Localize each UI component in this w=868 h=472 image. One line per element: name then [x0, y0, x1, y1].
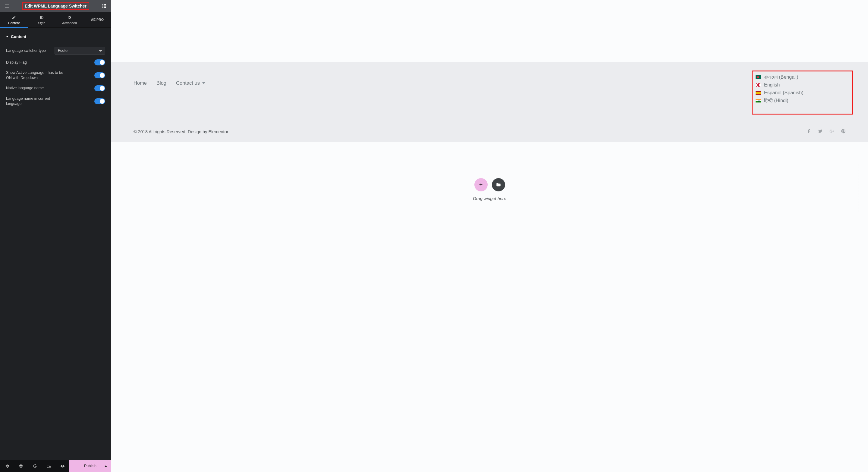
tab-label: AE PRO — [91, 18, 104, 22]
lang-text: English — [764, 82, 780, 88]
add-section-area[interactable]: + Drag widget here — [121, 164, 858, 212]
lang-text: Español (Spanish) — [764, 90, 804, 96]
nav-contact-label: Contact us — [176, 80, 200, 86]
social-icons — [807, 129, 846, 134]
facebook-icon[interactable] — [807, 129, 811, 134]
sidebar-bottom-bar: Publish — [0, 460, 111, 472]
navigator-button[interactable] — [14, 460, 28, 472]
label-current-name: Language name in current language — [6, 96, 66, 106]
pinterest-icon[interactable] — [841, 129, 846, 134]
tab-advanced[interactable]: Advanced — [56, 12, 84, 27]
control-display-flag: Display Flag — [6, 57, 105, 68]
lang-text: हिन्दी (Hindi) — [764, 98, 788, 103]
tab-label: Content — [8, 21, 20, 25]
publish-label: Publish — [84, 464, 96, 468]
tab-style[interactable]: Style — [28, 12, 56, 27]
responsive-button[interactable] — [41, 460, 56, 472]
preview-button[interactable] — [56, 460, 69, 472]
flag-spain-icon — [755, 91, 761, 95]
history-icon — [33, 464, 37, 468]
google-plus-icon[interactable] — [830, 129, 834, 134]
footer-divider — [133, 123, 846, 123]
twitter-icon[interactable] — [818, 129, 823, 134]
lang-item-spanish[interactable]: Español (Spanish) — [755, 89, 804, 97]
bottom-icon-group — [0, 460, 69, 472]
label-display-flag: Display Flag — [6, 60, 27, 65]
label-show-active: Show Active Language - has to be ON with… — [6, 70, 66, 81]
drop-hint-text: Drag widget here — [473, 196, 506, 201]
editor-tabs: Content Style Advanced AE PRO — [0, 12, 111, 28]
widgets-icon[interactable] — [101, 3, 107, 9]
toggle-display-flag[interactable] — [94, 59, 105, 65]
lang-text: বাংলাদেশ (Bengali) — [764, 74, 798, 80]
pencil-icon — [1, 15, 27, 20]
lang-item-hindi[interactable]: हिन्दी (Hindi) — [755, 97, 804, 104]
control-native-name: Native language name — [6, 83, 105, 94]
gear-icon — [57, 15, 82, 20]
publish-button[interactable]: Publish — [69, 460, 111, 472]
folder-icon — [496, 182, 501, 187]
lang-item-bengali[interactable]: বাংলাদেশ (Bengali) — [755, 73, 804, 81]
flag-india-icon — [755, 99, 761, 102]
footer-nav: Home Blog Contact us — [133, 80, 205, 86]
chevron-up-icon — [104, 465, 107, 467]
control-current-name: Language name in current language — [6, 94, 105, 109]
section-title: Content — [11, 34, 26, 39]
section-header-content[interactable]: Content — [6, 28, 105, 44]
contrast-icon — [29, 15, 54, 20]
sidebar-header: Edit WPML Language Switcher — [0, 0, 111, 12]
controls-panel: Content Language switcher type Footer Di… — [0, 28, 111, 460]
layers-icon — [19, 464, 23, 468]
add-section-button[interactable]: + — [474, 178, 488, 191]
tab-content[interactable]: Content — [0, 12, 28, 27]
tab-label: Style — [38, 21, 45, 25]
lang-item-english[interactable]: English — [755, 81, 804, 89]
toggle-native-name[interactable] — [94, 85, 105, 91]
flag-uk-icon — [755, 83, 761, 87]
devices-icon — [46, 464, 51, 468]
tab-ae-pro[interactable]: AE PRO — [84, 12, 111, 27]
nav-home[interactable]: Home — [133, 80, 147, 86]
add-template-button[interactable] — [492, 178, 505, 191]
flag-bangladesh-icon — [755, 75, 761, 79]
select-switcher-type[interactable]: Footer — [55, 47, 105, 55]
history-button[interactable] — [28, 460, 41, 472]
nav-contact[interactable]: Contact us — [176, 80, 205, 86]
tab-label: Advanced — [62, 21, 77, 25]
label-native-name: Native language name — [6, 86, 44, 91]
editor-sidebar: Edit WPML Language Switcher Content Styl… — [0, 0, 111, 472]
preview-canvas: Home Blog Contact us বাংলাদেশ (Bengali) … — [111, 0, 868, 472]
copyright-text: © 2018 All rights Reserved. Design by El… — [133, 129, 228, 134]
nav-blog[interactable]: Blog — [156, 80, 166, 86]
toggle-current-name[interactable] — [94, 98, 105, 104]
panel-title: Edit WPML Language Switcher — [22, 2, 89, 10]
settings-button[interactable] — [0, 460, 14, 472]
control-switcher-type: Language switcher type Footer — [6, 44, 105, 57]
language-switcher-widget: বাংলাদেশ (Bengali) English Español (Span… — [752, 70, 853, 115]
eye-icon — [60, 464, 65, 468]
menu-icon[interactable] — [4, 3, 10, 9]
toggle-show-active[interactable] — [94, 72, 105, 78]
control-show-active: Show Active Language - has to be ON with… — [6, 68, 105, 83]
gear-icon — [5, 464, 9, 468]
plus-icon: + — [479, 182, 483, 188]
caret-down-icon — [6, 36, 8, 37]
footer-section: Home Blog Contact us বাংলাদেশ (Bengali) … — [111, 62, 868, 141]
chevron-down-icon — [202, 82, 205, 84]
label-switcher-type: Language switcher type — [6, 48, 46, 53]
